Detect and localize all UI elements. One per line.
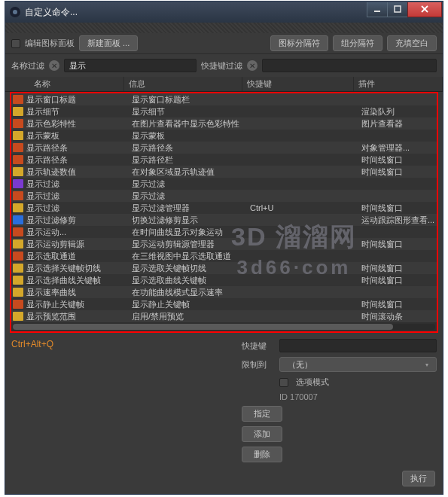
row-name: 显示窗口标题 xyxy=(26,94,132,105)
table-row[interactable]: 显示过滤显示过滤管理器Ctrl+U时间线窗口 xyxy=(11,202,437,214)
table-row[interactable]: 显示选取通道在三维视图中显示选取通道 xyxy=(11,250,437,262)
icon-separator-button[interactable]: 图标分隔符 xyxy=(270,35,328,51)
table-row[interactable]: 显示过滤显示过滤 xyxy=(11,178,437,190)
table-row[interactable]: 显示路径条显示路径条对象管理器... xyxy=(11,142,437,154)
current-shortcut-text: Ctrl+Alt+Q xyxy=(11,339,233,349)
row-key: Ctrl+U xyxy=(250,203,361,212)
table-row[interactable]: 显示速率曲线在功能曲线模式显示速率 xyxy=(11,286,437,298)
row-info: 显示窗口标题栏 xyxy=(132,94,250,105)
name-filter-label: 名称过滤 xyxy=(11,60,44,72)
titlebar: 自定义命令... xyxy=(5,2,443,23)
table-row[interactable]: 显示窗口标题显示窗口标题栏 xyxy=(11,93,437,105)
texture-strip xyxy=(5,23,443,33)
app-icon xyxy=(10,7,20,17)
row-icon xyxy=(13,264,23,273)
row-icon xyxy=(13,215,23,224)
command-list[interactable]: 显示窗口标题显示窗口标题栏显示细节显示细节渲染队列显示色彩特性在图片查看器中显示… xyxy=(11,93,437,322)
row-name: 显示运动剪辑源 xyxy=(26,239,132,250)
row-name: 显示过滤修剪 xyxy=(26,215,132,226)
row-name: 显示轨迹数值 xyxy=(26,166,132,178)
edit-icon-panel-label: 编辑图标面板 xyxy=(25,38,75,49)
assign-button[interactable]: 指定 xyxy=(242,406,282,422)
shortcut-filter-clear-icon[interactable]: ✕ xyxy=(247,60,258,71)
execute-button[interactable]: 执行 xyxy=(402,471,435,486)
option-mode-checkbox[interactable] xyxy=(279,378,288,387)
row-name: 显示路径条 xyxy=(26,142,132,154)
table-row[interactable]: 显示预览范围启用/禁用预览时间滚动条 xyxy=(11,310,437,322)
row-name: 显示速率曲线 xyxy=(26,287,132,298)
table-row[interactable]: 显示轨迹数值在对象区域显示轨迹值时间线窗口 xyxy=(11,166,437,178)
column-info[interactable]: 信息 xyxy=(124,77,242,91)
shortcut-field-label: 快捷键 xyxy=(242,340,272,352)
row-icon xyxy=(13,300,23,309)
table-row[interactable]: 显示过滤修剪切换过滤修剪显示运动跟踪图形查看... xyxy=(11,214,437,226)
toolbar: 编辑图标面板 新建面板 ... 图标分隔符 组分隔符 充填空白 xyxy=(5,33,443,54)
row-info: 在功能曲线模式显示速率 xyxy=(132,287,250,298)
limit-dropdown[interactable]: （无） ▾ xyxy=(279,357,437,372)
maximize-button[interactable] xyxy=(387,2,408,17)
new-panel-button[interactable]: 新建面板 ... xyxy=(79,35,138,51)
table-row[interactable]: 显示选择曲线关键帧显示选取曲线关键帧时间线窗口 xyxy=(11,274,437,286)
table-row[interactable]: 显示运动剪辑源显示运动剪辑源管理器时间线窗口 xyxy=(11,238,437,250)
edit-icon-panel-checkbox[interactable] xyxy=(11,39,20,48)
table-row[interactable]: 显示蒙板显示蒙板 xyxy=(11,130,437,142)
row-plugin: 时间线窗口 xyxy=(361,263,437,274)
shortcut-filter-input[interactable] xyxy=(262,59,437,72)
row-icon xyxy=(13,252,23,261)
row-name: 显示运动... xyxy=(26,227,132,238)
table-header: 名称 信息 快捷键 插件 xyxy=(5,77,443,92)
row-info: 显示过滤 xyxy=(132,178,250,190)
window-title: 自定义命令... xyxy=(25,6,367,19)
row-name: 显示过滤 xyxy=(26,191,132,202)
limit-label: 限制到 xyxy=(242,359,272,370)
fill-blank-button[interactable]: 充填空白 xyxy=(387,35,437,51)
shortcut-filter-label: 快捷键过滤 xyxy=(201,60,242,72)
table-row[interactable]: 显示色彩特性在图片查看器中显示色彩特性图片查看器 xyxy=(11,117,437,130)
row-info: 在图片查看器中显示色彩特性 xyxy=(132,118,250,130)
row-plugin: 时间线窗口 xyxy=(361,239,437,250)
row-plugin: 时间线窗口 xyxy=(361,203,437,214)
minimize-button[interactable] xyxy=(367,2,388,17)
column-name[interactable]: 名称 xyxy=(29,77,124,91)
close-button[interactable] xyxy=(407,2,442,17)
row-info: 显示运动剪辑源管理器 xyxy=(132,239,250,250)
row-info: 显示过滤 xyxy=(132,191,250,202)
chevron-down-icon: ▾ xyxy=(425,361,428,368)
row-info: 显示过滤管理器 xyxy=(132,203,250,214)
delete-button[interactable]: 删除 xyxy=(242,447,282,462)
row-plugin: 对象管理器... xyxy=(361,142,437,154)
row-info: 显示静止关键帧 xyxy=(132,299,250,310)
row-plugin: 时间线窗口 xyxy=(361,154,437,166)
row-info: 显示路径条 xyxy=(132,142,250,154)
limit-dropdown-value: （无） xyxy=(288,359,312,370)
table-row[interactable]: 显示静止关键帧显示静止关键帧时间线窗口 xyxy=(11,298,437,310)
command-list-highlight: 显示窗口标题显示窗口标题栏显示细节显示细节渲染队列显示色彩特性在图片查看器中显示… xyxy=(10,92,438,333)
add-button[interactable]: 添加 xyxy=(242,426,282,442)
row-icon xyxy=(13,107,23,116)
row-icon xyxy=(13,167,23,176)
row-icon xyxy=(13,131,23,140)
column-plugin[interactable]: 插件 xyxy=(354,77,443,91)
table-row[interactable]: 显示细节显示细节渲染队列 xyxy=(11,105,437,117)
name-filter-input[interactable] xyxy=(64,59,197,72)
row-icon xyxy=(13,155,23,164)
row-name: 显示路径条 xyxy=(26,154,132,166)
row-plugin: 时间线窗口 xyxy=(361,166,437,178)
table-row[interactable]: 显示运动...在时间曲线显示对象运动 xyxy=(11,226,437,238)
row-icon xyxy=(13,276,23,285)
table-row[interactable]: 显示过滤显示过滤 xyxy=(11,190,437,202)
column-key[interactable]: 快捷键 xyxy=(242,77,354,91)
name-filter-clear-icon[interactable]: ✕ xyxy=(49,60,59,71)
horizontal-scrollbar[interactable] xyxy=(11,322,437,331)
row-plugin: 时间滚动条 xyxy=(361,311,437,322)
table-row[interactable]: 显示路径条显示路径栏时间线窗口 xyxy=(11,154,437,166)
group-separator-button[interactable]: 组分隔符 xyxy=(333,35,382,51)
table-row[interactable]: 显示选择关键帧切线显示选取关键帧切线时间线窗口 xyxy=(11,262,437,274)
row-name: 显示静止关键帧 xyxy=(26,299,132,310)
row-icon xyxy=(13,143,23,152)
row-icon xyxy=(13,227,23,236)
shortcut-input[interactable] xyxy=(279,339,437,352)
row-name: 显示过滤 xyxy=(26,203,132,214)
row-name: 显示选取通道 xyxy=(26,251,132,262)
row-name: 显示蒙板 xyxy=(26,130,132,142)
